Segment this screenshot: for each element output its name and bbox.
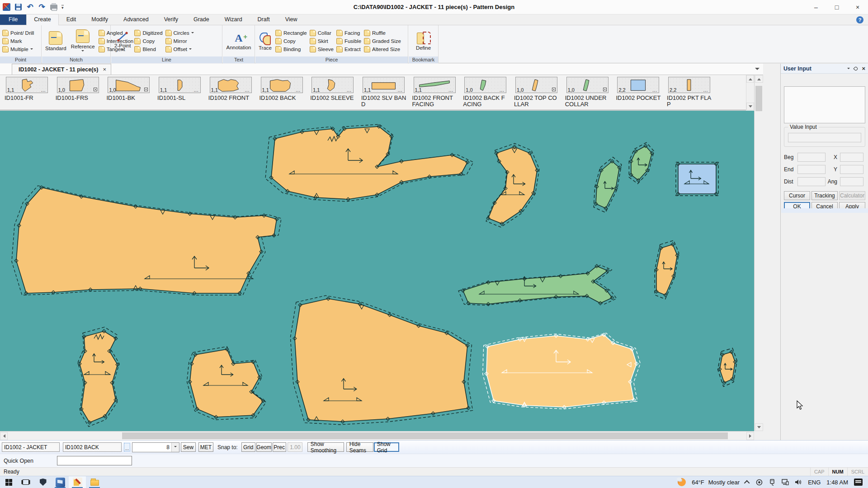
tab-list-chevron-icon[interactable]	[755, 68, 760, 72]
offset-button[interactable]: Offset	[165, 46, 195, 53]
piece-thumbnail[interactable]: 1,1 …	[159, 77, 201, 93]
weather-temp[interactable]: 64°F	[692, 479, 704, 486]
panel-close-icon[interactable]: ×	[862, 65, 865, 72]
piece-thumbnail[interactable]: 1,1 …	[414, 77, 456, 93]
style-name-field[interactable]: ID1002 - JACKET	[2, 442, 60, 452]
pattern-canvas[interactable]	[0, 111, 754, 431]
piece-thumbnail-cell[interactable]: 1,0 ID1001-BK	[102, 77, 153, 101]
canvas-horizontal-scrollbar[interactable]	[0, 431, 754, 440]
language-indicator[interactable]: ENG	[808, 479, 821, 486]
blend-line-button[interactable]: Blend	[133, 46, 163, 53]
document-tab[interactable]: ID1002 - JACKET - 11 piece(s) ×	[12, 64, 111, 75]
show-grid-button[interactable]: Show Grid	[374, 442, 399, 452]
undo-button[interactable]: ↶	[26, 3, 34, 11]
tab-wizard[interactable]: Wizard	[217, 14, 250, 25]
piece-thumbnail-cell[interactable]: 1,1 … ID1002 SLV BAND	[357, 77, 408, 108]
tab-verify[interactable]: Verify	[156, 14, 186, 25]
sew-button[interactable]: Sew	[181, 442, 196, 452]
piece-name-field[interactable]: ID1002 BACK	[63, 442, 122, 452]
size-combo[interactable]: 8	[132, 442, 179, 452]
two-point-line-button[interactable]: 2-Point	[113, 26, 132, 56]
y-field[interactable]	[840, 165, 863, 174]
taskbar-app-shield[interactable]	[34, 476, 52, 488]
piece-thumbnail-cell[interactable]: 1,1 … ID1002 SLEEVE	[306, 77, 357, 101]
graded-size-button[interactable]: Graded Size	[363, 38, 402, 45]
fusible-button[interactable]: Fusible	[335, 38, 362, 45]
tray-expand-icon[interactable]	[744, 480, 750, 486]
piece-thumbnail[interactable]: 1,0 …	[464, 77, 506, 93]
ruffle-button[interactable]: Ruffle	[363, 29, 402, 37]
rectangle-piece-button[interactable]: Rectangle	[274, 29, 308, 37]
taskbar-app-blue[interactable]	[52, 476, 69, 488]
piece-thumbnail-cell[interactable]: 1,1 … ID1001-FR	[0, 77, 51, 101]
pattern-piece-back-selected[interactable]	[483, 333, 641, 409]
piece-thumbnail[interactable]: 2,2 …	[617, 77, 659, 93]
piece-thumbnail[interactable]: 1,1 …	[6, 77, 48, 93]
piece-thumbnail-cell[interactable]: 1,0 ID1002 UNDER COLLAR	[561, 77, 612, 108]
piece-thumbnail-cell[interactable]: 1,0 ID1002 TOP COLLAR	[509, 77, 561, 108]
weather-desc[interactable]: Mostly clear	[708, 479, 740, 486]
piece-thumbnail-cell[interactable]: 2,2 … ID1002 PKT FLAP	[662, 77, 713, 108]
altered-size-button[interactable]: Altered Size	[363, 46, 402, 53]
piece-thumbnail-cell[interactable]: 1,0 ID1001-FRS	[51, 77, 102, 101]
piece-thumbnail[interactable]: 2,2 …	[668, 77, 710, 93]
copy-piece-button[interactable]: Copy	[274, 38, 308, 45]
multiple-button[interactable]: Multiple	[1, 46, 35, 53]
binding-button[interactable]: Binding	[274, 46, 308, 53]
dist-field[interactable]	[797, 177, 826, 186]
start-button[interactable]	[0, 476, 17, 488]
tab-modify[interactable]: Modify	[84, 14, 116, 25]
piece-thumbnail-cell[interactable]: 1,0 … ID1002 BACK FACING	[458, 77, 509, 108]
snap-grid-button[interactable]: Grid	[241, 442, 255, 452]
extract-button[interactable]: Extract	[335, 46, 362, 53]
tab-view[interactable]: View	[278, 14, 305, 25]
minimize-button[interactable]: –	[806, 0, 826, 14]
panel-menu-caret-icon[interactable]	[847, 68, 850, 70]
piece-thumbnail-cell[interactable]: 1,1 … ID1001-SL	[153, 77, 204, 101]
tab-create[interactable]: Create	[26, 14, 59, 25]
facing-button[interactable]: Facing	[335, 29, 362, 37]
snap-geom-button[interactable]: Geom	[256, 442, 272, 452]
browse-button[interactable]: ...	[124, 443, 130, 451]
sleeve-button[interactable]: Sleeve	[309, 46, 335, 53]
value-input-field[interactable]	[788, 133, 861, 142]
annotation-button[interactable]: AAnnotation	[225, 26, 253, 56]
tab-grade[interactable]: Grade	[186, 14, 217, 25]
usb-icon[interactable]	[769, 479, 776, 486]
close-button[interactable]: ×	[847, 0, 868, 14]
notch-standard-button[interactable]: Standard	[43, 26, 68, 56]
canvas-vertical-scrollbar[interactable]	[754, 75, 763, 431]
help-icon[interactable]: ?	[856, 16, 863, 23]
piece-thumbnail-cell[interactable]: 2,2 … ID1002 POCKET	[611, 77, 662, 101]
network-icon[interactable]	[782, 479, 789, 486]
piece-thumbnail[interactable]: 1,1 …	[311, 77, 354, 93]
mark-button[interactable]: Mark	[1, 38, 35, 45]
tab-file[interactable]: File	[0, 14, 26, 25]
cursor-button[interactable]: Cursor	[784, 191, 810, 200]
beg-field[interactable]	[797, 153, 826, 162]
tracking-button[interactable]: Tracking	[811, 191, 838, 200]
piece-thumbnail-cell[interactable]: 1,1 … ID1002 BACK	[255, 77, 306, 101]
strip-scrollbar[interactable]	[746, 75, 754, 110]
notification-center-icon[interactable]	[854, 479, 863, 486]
redo-button[interactable]: ↷	[38, 3, 46, 11]
show-smoothing-button[interactable]: Show Smoothing	[307, 442, 344, 452]
circles-button[interactable]: Circles	[165, 29, 195, 37]
point-drill-button[interactable]: Point/ Drill	[1, 29, 35, 37]
skirt-button[interactable]: Skirt	[309, 38, 335, 45]
vertical-scroll-thumb[interactable]	[755, 86, 762, 111]
collar-button[interactable]: Collar	[309, 29, 335, 37]
piece-thumbnail[interactable]: 1,0	[566, 77, 609, 93]
pattern-piece-pocket[interactable]	[676, 162, 718, 196]
panel-title-bar[interactable]: User Input ×	[781, 64, 868, 74]
snap-prec-button[interactable]: Prec	[273, 442, 286, 452]
copy-line-button[interactable]: Copy	[133, 38, 163, 45]
end-field[interactable]	[797, 165, 826, 174]
horizontal-scroll-thumb[interactable]	[122, 432, 728, 439]
trace-button[interactable]: Trace	[257, 26, 274, 56]
piece-thumbnail[interactable]: 1,1 …	[363, 77, 405, 93]
clock[interactable]: 1:48 AM	[826, 479, 848, 486]
piece-thumbnail-cell[interactable]: 1,1 … ID1002 FRONT	[204, 77, 255, 101]
tab-draft[interactable]: Draft	[250, 14, 278, 25]
quick-open-input[interactable]	[57, 456, 132, 465]
